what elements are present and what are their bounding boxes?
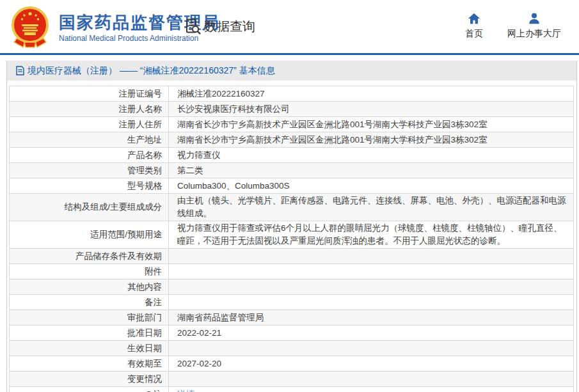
main-container: 境内医疗器械（注册） —— “湘械注准20222160327” 基本信息 注册证… [6,61,577,392]
row-label: 型号规格 [10,178,169,194]
row-value: 第二类 [169,163,574,178]
table-row: 变更情况 [10,372,574,387]
row-label: 有效期至 [10,356,169,372]
table-row: 生效日期 [10,341,574,356]
row-label: 变更情况 [10,372,169,387]
row-value: 湖南省药品监督管理局 [169,310,574,325]
row-value [169,279,574,295]
row-label: 注册人名称 [10,102,169,117]
info-table-body: 注册证编号湘械注准20222160327注册人名称长沙安视康医疗科技有限公司注册… [10,86,574,392]
row-label: 注册人住所 [10,117,169,132]
nav-home[interactable]: 首页 [465,12,483,40]
row-value: 湘械注准20222160327 [169,86,574,102]
row-label: 审批部门 [10,310,169,325]
row-label: 结构及组成/主要组成成分 [10,194,169,221]
row-label: 管理类别 [10,163,169,178]
row-value: 视力筛查仪 [169,148,574,163]
table-row: 产品名称视力筛查仪 [10,148,574,163]
row-value: 由主机（镜头、光学镜片、距离传感器、电路元件、连接线、屏幕、电池、外壳）、电源适… [169,194,574,221]
row-value [169,341,574,356]
info-table-wrap: 注册证编号湘械注准20222160327注册人名称长沙安视康医疗科技有限公司注册… [7,81,576,392]
table-row: 注册人住所湖南省长沙市宁乡高新技术产业园区金洲北路001号湖南大学科技产业园3栋… [10,117,574,132]
nav-home-label: 首页 [465,28,483,40]
table-row: 生产地址湖南省长沙市宁乡高新技术产业园区金洲北路001号湖南大学科技产业园3栋3… [10,132,574,148]
breadcrumb: 境内医疗器械（注册） —— “湘械注准20222160327” 基本信息 [7,61,576,81]
table-row: 注册人名称长沙安视康医疗科技有限公司 [10,102,574,117]
document-search-icon [185,18,202,35]
top-nav: 首页 网上办事大厅 [465,12,561,40]
row-label: 附件 [10,264,169,279]
nav-service-hall-label: 网上办事大厅 [507,28,561,40]
table-row: 注详情 [10,387,574,392]
row-value: Columba300、Columba300S [169,178,574,194]
home-icon [467,12,481,26]
row-value: 湖南省长沙市宁乡高新技术产业园区金洲北路001号湖南大学科技产业园3栋302室 [169,132,574,148]
table-row: 备注 [10,295,574,310]
page-icon [16,66,24,75]
row-label: 适用范围/预期用途 [10,221,169,249]
row-value [169,372,574,387]
table-row: 批准日期2022-02-21 [10,325,574,341]
row-label: 生产地址 [10,132,169,148]
row-value: 长沙安视康医疗科技有限公司 [169,102,574,117]
national-emblem-icon [9,5,51,50]
row-label: 生效日期 [10,341,169,356]
table-row: 注册证编号湘械注准20222160327 [10,86,574,102]
data-query-label: 数据查询 [204,18,255,35]
table-row: 有效期至2027-02-20 [10,356,574,372]
row-value: 详情 [169,387,574,392]
row-value: 视力筛查仪用于筛查或评估6个月以上人群的眼睛屈光力（球镜度、柱镜度、柱镜轴位）、… [169,221,574,249]
table-row: 审批部门湖南省药品监督管理局 [10,310,574,325]
row-value: 2027-02-20 [169,356,574,372]
page-header: 国家药品监督管理局 National Medical Products Admi… [0,0,579,55]
nav-service-hall[interactable]: 网上办事大厅 [507,12,561,40]
row-value: 湖南省长沙市宁乡高新技术产业园区金洲北路001号湖南大学科技产业园3栋302室 [169,117,574,132]
registration-info-table: 注册证编号湘械注准20222160327注册人名称长沙安视康医疗科技有限公司注册… [9,86,574,392]
table-row: 适用范围/预期用途视力筛查仪用于筛查或评估6个月以上人群的眼睛屈光力（球镜度、柱… [10,221,574,249]
table-row: 管理类别第二类 [10,163,574,178]
table-row: 其他内容 [10,279,574,295]
table-row: 型号规格Columba300、Columba300S [10,178,574,194]
user-icon [527,12,541,26]
row-value [169,295,574,310]
breadcrumb-title: 境内医疗器械（注册） —— “湘械注准20222160327” 基本信息 [28,65,275,77]
table-row: 产品储存条件及有效期 [10,249,574,264]
table-row: 附件 [10,264,574,279]
row-label: 产品储存条件及有效期 [10,249,169,264]
row-label: 产品名称 [10,148,169,163]
row-label: 批准日期 [10,325,169,341]
table-row: 结构及组成/主要组成成分由主机（镜头、光学镜片、距离传感器、电路元件、连接线、屏… [10,194,574,221]
data-query-tab[interactable]: 数据查询 [185,18,255,35]
row-value: 2022-02-21 [169,325,574,341]
row-label: 注册证编号 [10,86,169,102]
row-value [169,264,574,279]
row-label: 注 [10,387,169,392]
row-value [169,249,574,264]
row-label: 其他内容 [10,279,169,295]
detail-link[interactable]: 详情 [177,389,194,392]
row-label: 备注 [10,295,169,310]
